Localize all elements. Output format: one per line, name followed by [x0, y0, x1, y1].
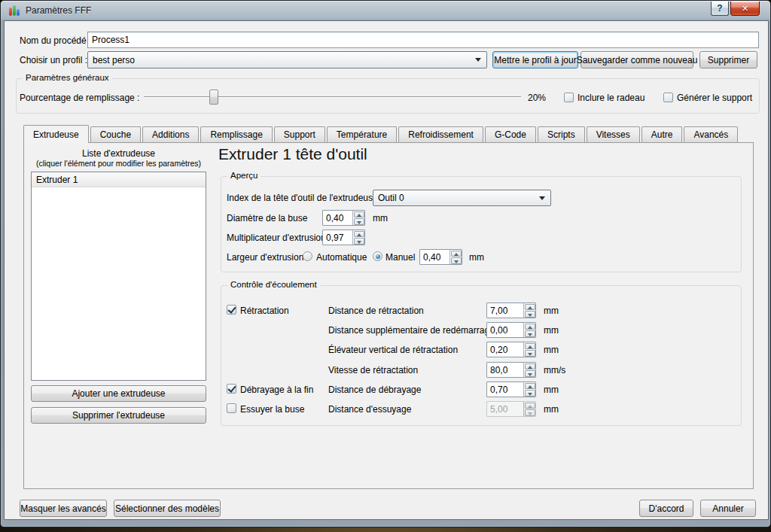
extrusion-width-spinner[interactable]: 0,40	[419, 249, 462, 265]
retraction-checkbox[interactable]	[227, 305, 236, 315]
extruder-listbox[interactable]: Extruder 1	[31, 172, 206, 381]
spin-up-icon[interactable]	[354, 231, 364, 238]
spin-down-icon[interactable]	[451, 257, 462, 264]
spin-up-icon[interactable]	[525, 324, 535, 330]
update-profile-button[interactable]: Mettre le profil à jour	[492, 51, 578, 68]
generate-support-label: Générer le support	[677, 93, 752, 103]
coast-distance-unit: mm	[544, 385, 559, 395]
spin-up-icon[interactable]	[525, 343, 535, 350]
tab-avances[interactable]: Avancés	[684, 126, 738, 142]
ok-button[interactable]: D'accord	[639, 500, 693, 517]
extruder-list-subtitle: (cliquer l'élément pour modifier les par…	[26, 159, 211, 168]
spin-up-icon	[525, 403, 535, 409]
wipe-distance-unit: mm	[544, 404, 559, 415]
vertical-lift-spinner[interactable]: 0,20	[486, 342, 536, 357]
app-icon	[9, 5, 21, 17]
nozzle-diameter-unit: mm	[373, 213, 388, 223]
extrusion-width-manual-label: Manuel	[386, 252, 415, 263]
coast-distance-label: Distance de débrayage	[328, 385, 421, 395]
toolhead-index-select[interactable]: Outil 0	[373, 190, 551, 206]
spin-up-icon[interactable]	[354, 211, 364, 218]
infill-percentage-value: 20%	[528, 93, 546, 103]
chevron-down-icon	[475, 58, 481, 62]
extra-restart-distance-unit: mm	[544, 325, 559, 336]
process-name-label: Nom du procédé :	[20, 35, 91, 46]
close-button[interactable]: ✕	[730, 2, 760, 16]
spin-up-icon[interactable]	[525, 304, 535, 311]
profile-selected-value: best perso	[93, 55, 135, 65]
include-raft-label: Inclure le radeau	[577, 93, 645, 103]
tab-remplissage[interactable]: Remplissage	[200, 126, 272, 142]
overview-group-title: Aperçu	[227, 171, 261, 180]
profile-label: Choisir un profil :	[20, 55, 87, 65]
nozzle-diameter-spinner[interactable]: 0,40	[322, 210, 365, 226]
chevron-down-icon	[539, 196, 545, 200]
tab-additions[interactable]: Additions	[142, 126, 199, 142]
retraction-speed-label: Vitesse de rétractation	[328, 365, 418, 375]
tab-couche[interactable]: Couche	[90, 126, 141, 142]
spin-down-icon[interactable]	[525, 330, 535, 337]
extrusion-multiplier-spinner[interactable]: 0,97	[322, 230, 365, 245]
spin-down-icon	[525, 409, 535, 416]
infill-slider-track[interactable]	[144, 96, 521, 98]
ooze-group-title: Contrôle d'écoulement	[227, 280, 320, 289]
add-extruder-button[interactable]: Ajouter une extrudeuse	[31, 385, 206, 402]
infill-percentage-label: Pourcentage de remplissage :	[20, 93, 139, 103]
delete-profile-button[interactable]: Supprimer	[699, 51, 757, 68]
extrusion-multiplier-label: Multiplicateur d'extrusion	[227, 233, 326, 243]
generate-support-checkbox[interactable]	[663, 93, 673, 102]
save-as-new-button[interactable]: Sauvegarder comme nouveau	[581, 51, 693, 68]
retraction-checkbox-label: Rétractation	[240, 306, 289, 316]
spin-down-icon[interactable]	[354, 218, 364, 225]
spin-up-icon[interactable]	[451, 251, 462, 257]
extra-restart-distance-spinner[interactable]: 0,00	[486, 322, 536, 338]
extrusion-width-unit: mm	[469, 252, 484, 263]
retraction-distance-spinner[interactable]: 7,00	[486, 302, 536, 318]
extrusion-width-manual-radio[interactable]	[373, 251, 382, 261]
spin-down-icon[interactable]	[354, 238, 364, 245]
tab-autre[interactable]: Autre	[641, 126, 683, 142]
include-raft-checkbox[interactable]	[564, 93, 574, 102]
vertical-lift-label: Élévateur vertical de rétractation	[328, 345, 458, 355]
tab-vitesses[interactable]: Vitesses	[587, 126, 640, 142]
wipe-nozzle-checkbox[interactable]	[227, 403, 236, 413]
spin-down-icon[interactable]	[525, 350, 535, 357]
list-item-extruder-1[interactable]: Extruder 1	[32, 172, 206, 187]
tab-scripts[interactable]: Scripts	[538, 126, 585, 142]
select-models-button[interactable]: Sélectionner des modèles	[114, 500, 221, 517]
coast-distance-spinner[interactable]: 0,70	[486, 382, 536, 397]
toolhead-index-value: Outil 0	[378, 193, 404, 203]
title-bar[interactable]: Paramètres FFF ? ✕	[1, 1, 770, 20]
tab-extrudeuse[interactable]: Extrudeuse	[23, 125, 89, 143]
coast-at-end-checkbox[interactable]	[227, 384, 236, 394]
retraction-speed-spinner[interactable]: 80,0	[486, 362, 536, 378]
tab-gcode[interactable]: G-Code	[485, 126, 536, 142]
page-title: Extruder 1 tête d'outil	[218, 145, 367, 163]
extra-restart-distance-label: Distance supplémentaire de redémarrage	[328, 325, 495, 336]
spin-down-icon[interactable]	[525, 370, 535, 377]
vertical-lift-unit: mm	[544, 345, 559, 355]
spin-up-icon[interactable]	[525, 363, 535, 370]
general-group-title: Paramètres généraux	[23, 73, 112, 82]
close-icon: ✕	[742, 4, 748, 13]
retraction-distance-unit: mm	[544, 306, 559, 316]
tab-refroidissement[interactable]: Refroidissement	[398, 126, 483, 142]
profile-select[interactable]: best perso	[87, 51, 487, 68]
help-button[interactable]: ?	[711, 2, 729, 16]
spin-up-icon[interactable]	[525, 383, 535, 390]
spin-down-icon[interactable]	[525, 390, 535, 397]
spin-down-icon[interactable]	[525, 311, 535, 318]
toolhead-index-label: Index de la tête d'outil de l'extrudeuse	[227, 193, 378, 203]
tab-support[interactable]: Support	[274, 126, 325, 142]
process-name-input[interactable]: Process1	[87, 32, 759, 48]
retraction-speed-unit: mm/s	[544, 365, 565, 375]
remove-extruder-button[interactable]: Supprimer l'extrudeuse	[31, 407, 206, 424]
extrusion-width-auto-radio[interactable]	[303, 251, 312, 261]
hide-advanced-button[interactable]: Masquer les avancés	[20, 500, 107, 517]
wipe-distance-label: Distance d'essuyage	[328, 404, 411, 415]
tab-temperature[interactable]: Température	[327, 126, 397, 142]
cancel-button[interactable]: Annuler	[700, 500, 756, 517]
infill-slider-handle[interactable]	[209, 90, 218, 105]
help-icon: ?	[717, 3, 722, 14]
coast-at-end-checkbox-label: Débrayage à la fin	[240, 385, 313, 395]
